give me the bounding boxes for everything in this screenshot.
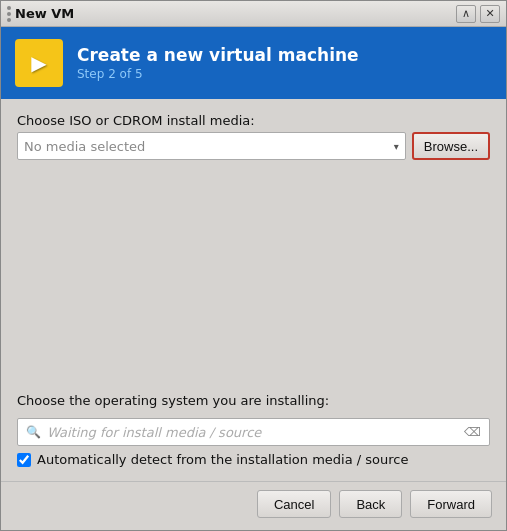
- media-section: Choose ISO or CDROM install media: No me…: [17, 113, 490, 160]
- media-combo-text: No media selected: [24, 139, 145, 154]
- titlebar: New VM ∧ ✕: [1, 1, 506, 27]
- header-text: Create a new virtual machine Step 2 of 5: [77, 45, 359, 81]
- auto-detect-checkbox[interactable]: [17, 453, 31, 467]
- browse-button[interactable]: Browse...: [412, 132, 490, 160]
- os-section: Choose the operating system you are inst…: [17, 393, 490, 467]
- vm-window: New VM ∧ ✕ Create a new virtual machine …: [0, 0, 507, 531]
- header-step: Step 2 of 5: [77, 67, 359, 81]
- titlebar-controls: ∧ ✕: [456, 5, 500, 23]
- window-title: New VM: [15, 6, 74, 21]
- spacer: [17, 170, 490, 383]
- grip-dots: [7, 6, 11, 22]
- os-section-label: Choose the operating system you are inst…: [17, 393, 490, 408]
- auto-detect-row: Automatically detect from the installati…: [17, 452, 490, 467]
- os-search-placeholder: Waiting for install media / source: [47, 425, 458, 440]
- dot: [7, 18, 11, 22]
- forward-button[interactable]: Forward: [410, 490, 492, 518]
- back-button[interactable]: Back: [339, 490, 402, 518]
- header-title: Create a new virtual machine: [77, 45, 359, 65]
- vm-icon: [15, 39, 63, 87]
- vm-header: Create a new virtual machine Step 2 of 5: [1, 27, 506, 99]
- cancel-button[interactable]: Cancel: [257, 490, 331, 518]
- search-icon: 🔍: [26, 425, 41, 439]
- dot: [7, 12, 11, 16]
- combo-arrow-icon: ▾: [394, 141, 399, 152]
- auto-detect-label: Automatically detect from the installati…: [37, 452, 408, 467]
- search-clear-icon[interactable]: ⌫: [464, 425, 481, 439]
- main-content: Choose ISO or CDROM install media: No me…: [1, 99, 506, 481]
- titlebar-left: New VM: [7, 6, 74, 22]
- media-row: No media selected ▾ Browse...: [17, 132, 490, 160]
- footer: Cancel Back Forward: [1, 481, 506, 530]
- dot: [7, 6, 11, 10]
- app-icon: [7, 6, 11, 22]
- media-combo[interactable]: No media selected ▾: [17, 132, 406, 160]
- media-section-label: Choose ISO or CDROM install media:: [17, 113, 490, 128]
- close-button[interactable]: ✕: [480, 5, 500, 23]
- os-search-box[interactable]: 🔍 Waiting for install media / source ⌫: [17, 418, 490, 446]
- minimize-button[interactable]: ∧: [456, 5, 476, 23]
